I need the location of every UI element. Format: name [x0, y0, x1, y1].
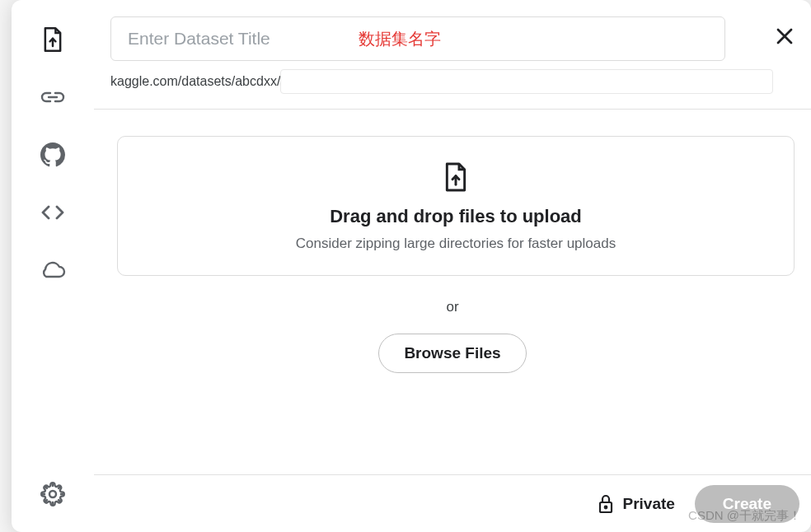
title-input-wrap: 数据集名字: [110, 16, 725, 61]
code-tab[interactable]: [36, 196, 69, 229]
cloud-tab[interactable]: [36, 254, 69, 287]
upload-file-tab[interactable]: [36, 23, 69, 56]
url-slug-input[interactable]: [280, 69, 773, 94]
cloud-icon: [40, 261, 66, 279]
upload-file-icon: [41, 26, 64, 53]
upload-file-icon: [443, 161, 469, 193]
drop-zone-subtitle: Consider zipping large directories for f…: [134, 236, 777, 252]
github-tab[interactable]: [36, 138, 69, 171]
close-icon: [776, 27, 794, 45]
url-prefix: kaggle.com/datasets/abcdxx/: [110, 74, 280, 89]
visibility-toggle[interactable]: Private: [598, 494, 674, 514]
create-dataset-dialog: 数据集名字 kaggle.com/datasets/abcdxx/ Drag a…: [12, 0, 811, 532]
header-row: 数据集名字: [94, 0, 811, 61]
create-button[interactable]: Create: [695, 485, 799, 523]
svg-point-0: [49, 491, 56, 497]
close-button[interactable]: [773, 25, 796, 48]
settings-button[interactable]: [36, 478, 69, 511]
source-sidebar: [12, 0, 94, 532]
dialog-footer: Private Create: [94, 474, 811, 532]
dataset-title-input[interactable]: [128, 29, 708, 49]
link-icon: [40, 91, 65, 104]
url-row: kaggle.com/datasets/abcdxx/: [110, 69, 811, 94]
browse-files-button[interactable]: Browse Files: [378, 334, 526, 373]
lock-icon: [598, 494, 614, 514]
main-panel: 数据集名字 kaggle.com/datasets/abcdxx/ Drag a…: [94, 0, 811, 532]
link-tab[interactable]: [36, 81, 69, 114]
drop-zone[interactable]: Drag and drop files to upload Consider z…: [117, 136, 795, 276]
visibility-label: Private: [622, 495, 674, 513]
divider: [94, 109, 811, 110]
svg-point-2: [605, 506, 607, 508]
code-icon: [40, 204, 65, 221]
upload-zone-icon-wrap: [443, 161, 469, 193]
or-label: or: [94, 299, 811, 315]
github-icon: [40, 142, 65, 167]
gear-icon: [40, 482, 65, 506]
drop-zone-title: Drag and drop files to upload: [134, 206, 777, 227]
